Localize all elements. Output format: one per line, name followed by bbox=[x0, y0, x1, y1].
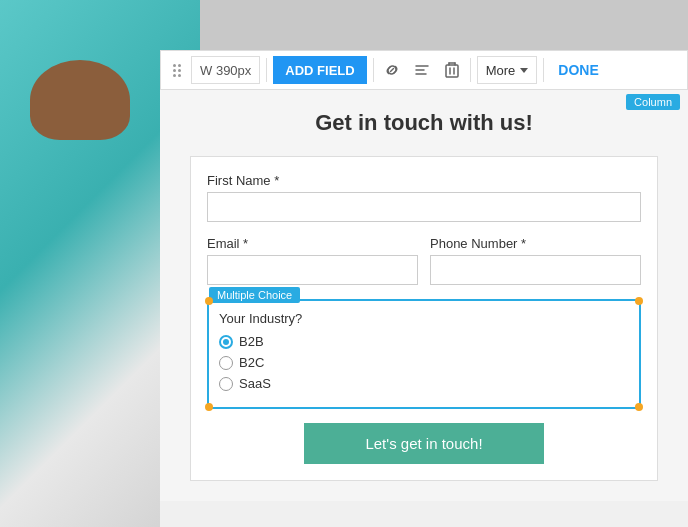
drag-handle[interactable] bbox=[169, 60, 185, 81]
more-label: More bbox=[486, 63, 516, 78]
corner-handle-bottom-right bbox=[635, 403, 643, 411]
mc-option-b2c[interactable]: B2C bbox=[219, 355, 629, 370]
main-content-area: W 390px ADD FIELD bbox=[160, 50, 688, 527]
person-hair bbox=[30, 60, 130, 140]
corner-handle-bottom-left bbox=[205, 403, 213, 411]
first-name-label: First Name * bbox=[207, 173, 641, 188]
phone-input[interactable] bbox=[430, 255, 641, 285]
multiple-choice-section: Multiple Choice Your Industry? B2B B2C S… bbox=[207, 299, 641, 409]
phone-field: Phone Number * bbox=[430, 236, 641, 285]
submit-button[interactable]: Let's get in touch! bbox=[304, 423, 544, 464]
column-badge: Column bbox=[626, 94, 680, 110]
mc-option-b2b[interactable]: B2B bbox=[219, 334, 629, 349]
done-button[interactable]: DONE bbox=[550, 58, 606, 82]
mc-label-b2b: B2B bbox=[239, 334, 264, 349]
corner-handle-top-right bbox=[635, 297, 643, 305]
more-button[interactable]: More bbox=[477, 56, 538, 84]
email-label: Email * bbox=[207, 236, 418, 251]
width-display: W 390px bbox=[191, 56, 260, 84]
chevron-down-icon bbox=[520, 68, 528, 73]
form-title: Get in touch with us! bbox=[190, 110, 658, 136]
width-value: 390px bbox=[216, 63, 251, 78]
mc-radio-saas[interactable] bbox=[219, 377, 233, 391]
divider-2 bbox=[373, 58, 374, 82]
svg-rect-3 bbox=[446, 65, 458, 77]
first-name-field: First Name * bbox=[207, 173, 641, 222]
email-input[interactable] bbox=[207, 255, 418, 285]
add-field-button[interactable]: ADD FIELD bbox=[273, 56, 366, 84]
mc-option-saas[interactable]: SaaS bbox=[219, 376, 629, 391]
mc-radio-b2b[interactable] bbox=[219, 335, 233, 349]
toolbar: W 390px ADD FIELD bbox=[160, 50, 688, 90]
delete-icon[interactable] bbox=[440, 58, 464, 82]
corner-handle-top-left bbox=[205, 297, 213, 305]
width-label: W bbox=[200, 63, 212, 78]
form-card: First Name * Email * Phone Number * Mult… bbox=[190, 156, 658, 481]
divider-3 bbox=[470, 58, 471, 82]
multiple-choice-badge: Multiple Choice bbox=[209, 287, 300, 303]
align-icon[interactable] bbox=[410, 58, 434, 82]
first-name-input[interactable] bbox=[207, 192, 641, 222]
email-field: Email * bbox=[207, 236, 418, 285]
phone-label: Phone Number * bbox=[430, 236, 641, 251]
divider-4 bbox=[543, 58, 544, 82]
mc-label-saas: SaaS bbox=[239, 376, 271, 391]
email-phone-row: Email * Phone Number * bbox=[207, 236, 641, 285]
mc-radio-b2c[interactable] bbox=[219, 356, 233, 370]
mc-question: Your Industry? bbox=[219, 311, 629, 326]
form-container: Get in touch with us! First Name * Email… bbox=[160, 90, 688, 501]
link-icon[interactable] bbox=[380, 58, 404, 82]
mc-label-b2c: B2C bbox=[239, 355, 264, 370]
divider-1 bbox=[266, 58, 267, 82]
